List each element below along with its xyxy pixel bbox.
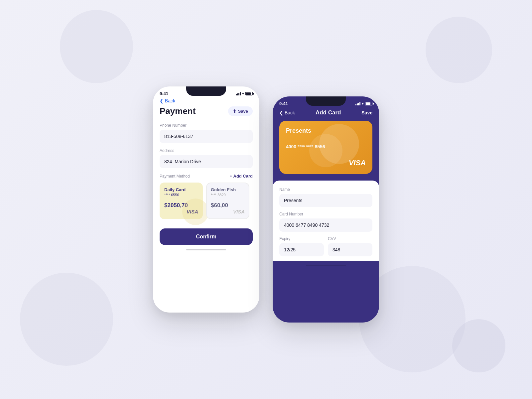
bg-decoration-2: [20, 273, 113, 366]
address-label: Address: [160, 148, 253, 153]
add-card-nav: ❮ Back Add Card Save: [273, 108, 379, 121]
card-name-golden: Golden Fish: [211, 187, 245, 192]
name-label: Name: [279, 187, 372, 192]
card-top: Daily Card **** 6556: [164, 187, 198, 197]
card-name-daily: Daily Card: [164, 187, 198, 192]
signal-icon: [236, 92, 241, 95]
cvv-input[interactable]: [328, 243, 372, 256]
phone-left: 9:41 ▾ ❮ Back: [153, 86, 259, 313]
card-circle-2: [309, 134, 342, 167]
card-brand-golden: VISA: [211, 209, 245, 214]
add-card-link[interactable]: + Add Card: [230, 174, 253, 179]
back-button-left[interactable]: ❮ Back: [160, 98, 253, 103]
card-number-input[interactable]: [279, 218, 372, 232]
phone-number-input[interactable]: [160, 130, 253, 143]
phones-container: 9:41 ▾ ❮ Back: [153, 76, 379, 323]
card-number-golden: **** 3829: [211, 193, 245, 197]
bg-decoration-5: [452, 319, 505, 372]
phone-left-content: ❮ Back Payment ⬆ Save Phone Number Addre…: [153, 98, 259, 245]
signal-icon-right: [355, 102, 360, 105]
cards-container: Daily Card **** 6556 $2050,70 VISA Golde…: [160, 183, 253, 219]
time-left: 9:41: [160, 91, 168, 96]
notch-left: [186, 86, 226, 96]
card-number-label: Card Number: [279, 212, 372, 216]
card-item-golden[interactable]: Golden Fish **** 3829 $60,00 VISA: [206, 183, 249, 219]
phone-right: 9:41 ▾ ❮ Back Add Card Save: [273, 96, 379, 323]
nav-title-right: Add Card: [316, 109, 341, 116]
battery-icon-right: [365, 102, 372, 105]
wifi-icon-right: ▾: [362, 101, 364, 106]
name-input[interactable]: [279, 194, 372, 207]
expiry-field: Expiry: [279, 236, 324, 261]
confirm-button[interactable]: Confirm: [160, 228, 253, 245]
back-button-right[interactable]: ❮ Back: [279, 110, 295, 115]
card-bottom-2: $60,00 VISA: [211, 202, 245, 214]
home-indicator-left: [186, 249, 226, 250]
payment-method-header: Payment Method + Add Card: [160, 174, 253, 179]
chevron-left-icon: ❮: [160, 98, 164, 103]
notch-right: [306, 96, 346, 106]
save-button[interactable]: ⬆ Save: [228, 106, 253, 116]
add-card-form: Name Card Number Expiry CVV: [273, 181, 379, 261]
cvv-field: CVV: [328, 236, 372, 261]
page-header: Payment ⬆ Save: [160, 106, 253, 116]
cvv-label: CVV: [328, 236, 372, 241]
battery-icon: [245, 92, 253, 95]
credit-card-visual: Presents 4000 **** **** 6556 VISA: [279, 121, 372, 174]
expiry-input[interactable]: [279, 243, 324, 256]
payment-method-label: Payment Method: [160, 174, 190, 179]
card-amount-golden: $60,00: [211, 202, 245, 209]
nav-save-right[interactable]: Save: [361, 110, 372, 115]
phone-number-label: Phone Number: [160, 123, 253, 128]
card-item-daily[interactable]: Daily Card **** 6556 $2050,70 VISA: [160, 183, 203, 219]
page-title: Payment: [160, 106, 196, 116]
status-icons-right: ▾: [355, 101, 372, 106]
bg-decoration-1: [60, 10, 133, 83]
time-right: 9:41: [279, 101, 288, 106]
chevron-left-icon-right: ❮: [279, 110, 283, 115]
status-icons-left: ▾: [236, 91, 253, 96]
card-top-2: Golden Fish **** 3829: [211, 187, 245, 197]
expiry-cvv-row: Expiry CVV: [279, 236, 372, 261]
expiry-label: Expiry: [279, 236, 324, 241]
card-number-daily: **** 6556: [164, 193, 198, 197]
save-icon: ⬆: [233, 109, 236, 114]
bg-decoration-3: [426, 17, 492, 83]
home-indicator-right: [306, 265, 346, 266]
wifi-icon: ▾: [242, 91, 244, 96]
address-input[interactable]: [160, 155, 253, 168]
